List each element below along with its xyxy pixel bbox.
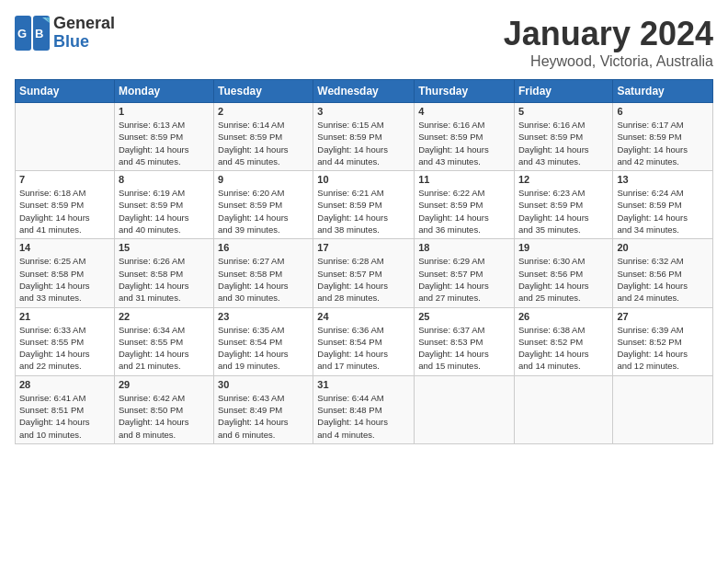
day-info: Sunrise: 6:43 AM Sunset: 8:49 PM Dayligh… — [218, 392, 309, 441]
day-info: Sunrise: 6:15 AM Sunset: 8:59 PM Dayligh… — [317, 119, 410, 167]
day-info: Sunrise: 6:37 AM Sunset: 8:53 PM Dayligh… — [418, 324, 510, 373]
day-info: Sunrise: 6:30 AM Sunset: 8:56 PM Dayligh… — [518, 255, 609, 304]
day-info: Sunrise: 6:21 AM Sunset: 8:59 PM Dayligh… — [317, 187, 410, 236]
header-friday: Friday — [514, 80, 612, 103]
day-number: 31 — [317, 379, 410, 390]
logo-line2: Blue — [53, 33, 115, 52]
header-thursday: Thursday — [415, 80, 515, 103]
table-row: 16Sunrise: 6:27 AM Sunset: 8:58 PM Dayli… — [214, 239, 313, 307]
day-number: 15 — [119, 242, 210, 253]
day-info: Sunrise: 6:14 AM Sunset: 8:59 PM Dayligh… — [218, 119, 309, 167]
calendar-week-row: 14Sunrise: 6:25 AM Sunset: 8:58 PM Dayli… — [16, 239, 713, 307]
day-info: Sunrise: 6:26 AM Sunset: 8:58 PM Dayligh… — [119, 255, 210, 304]
table-row — [415, 375, 515, 443]
day-number: 7 — [19, 174, 110, 185]
day-info: Sunrise: 6:19 AM Sunset: 8:59 PM Dayligh… — [119, 187, 210, 236]
day-number: 4 — [418, 106, 510, 117]
day-info: Sunrise: 6:41 AM Sunset: 8:51 PM Dayligh… — [19, 392, 110, 441]
table-row: 18Sunrise: 6:29 AM Sunset: 8:57 PM Dayli… — [415, 239, 515, 307]
day-info: Sunrise: 6:27 AM Sunset: 8:58 PM Dayligh… — [218, 255, 309, 304]
table-row: 3Sunrise: 6:15 AM Sunset: 8:59 PM Daylig… — [313, 103, 415, 171]
table-row: 10Sunrise: 6:21 AM Sunset: 8:59 PM Dayli… — [313, 171, 415, 239]
day-number: 12 — [518, 174, 609, 185]
table-row: 2Sunrise: 6:14 AM Sunset: 8:59 PM Daylig… — [214, 103, 313, 171]
day-info: Sunrise: 6:29 AM Sunset: 8:57 PM Dayligh… — [418, 255, 510, 304]
header-monday: Monday — [114, 80, 213, 103]
logo-line1: General — [53, 15, 115, 33]
calendar-header-row: Sunday Monday Tuesday Wednesday Thursday… — [16, 80, 713, 103]
day-number: 17 — [317, 242, 410, 253]
day-number: 22 — [119, 311, 210, 322]
table-row: 29Sunrise: 6:42 AM Sunset: 8:50 PM Dayli… — [114, 375, 213, 443]
day-info: Sunrise: 6:33 AM Sunset: 8:55 PM Dayligh… — [19, 324, 110, 373]
table-row: 11Sunrise: 6:22 AM Sunset: 8:59 PM Dayli… — [415, 171, 515, 239]
day-number: 24 — [317, 311, 410, 322]
day-number: 2 — [218, 106, 309, 117]
day-number: 30 — [218, 379, 309, 390]
day-info: Sunrise: 6:42 AM Sunset: 8:50 PM Dayligh… — [119, 392, 210, 441]
table-row: 12Sunrise: 6:23 AM Sunset: 8:59 PM Dayli… — [514, 171, 612, 239]
header-tuesday: Tuesday — [214, 80, 313, 103]
day-info: Sunrise: 6:13 AM Sunset: 8:59 PM Dayligh… — [119, 119, 210, 167]
header-sunday: Sunday — [16, 80, 115, 103]
day-number: 28 — [19, 379, 110, 390]
day-number: 20 — [617, 242, 709, 253]
day-number: 16 — [218, 242, 309, 253]
table-row: 25Sunrise: 6:37 AM Sunset: 8:53 PM Dayli… — [415, 307, 515, 375]
page-title: January 2024 — [504, 15, 713, 53]
day-info: Sunrise: 6:35 AM Sunset: 8:54 PM Dayligh… — [218, 324, 309, 373]
day-number: 10 — [317, 174, 410, 185]
day-info: Sunrise: 6:36 AM Sunset: 8:54 PM Dayligh… — [317, 324, 410, 373]
day-info: Sunrise: 6:25 AM Sunset: 8:58 PM Dayligh… — [19, 255, 110, 304]
page-header: G B General Blue January 2024 Heywood, V… — [15, 15, 713, 70]
day-info: Sunrise: 6:34 AM Sunset: 8:55 PM Dayligh… — [119, 324, 210, 373]
day-number: 27 — [617, 311, 709, 322]
table-row — [514, 375, 612, 443]
table-row: 7Sunrise: 6:18 AM Sunset: 8:59 PM Daylig… — [16, 171, 115, 239]
day-number: 9 — [218, 174, 309, 185]
day-number: 23 — [218, 311, 309, 322]
calendar-week-row: 1Sunrise: 6:13 AM Sunset: 8:59 PM Daylig… — [16, 103, 713, 171]
day-info: Sunrise: 6:22 AM Sunset: 8:59 PM Dayligh… — [418, 187, 510, 236]
table-row: 9Sunrise: 6:20 AM Sunset: 8:59 PM Daylig… — [214, 171, 313, 239]
table-row: 8Sunrise: 6:19 AM Sunset: 8:59 PM Daylig… — [114, 171, 213, 239]
day-info: Sunrise: 6:28 AM Sunset: 8:57 PM Dayligh… — [317, 255, 410, 304]
calendar-table: Sunday Monday Tuesday Wednesday Thursday… — [15, 79, 713, 444]
logo: G B General Blue — [15, 15, 115, 52]
table-row: 24Sunrise: 6:36 AM Sunset: 8:54 PM Dayli… — [313, 307, 415, 375]
day-number: 13 — [617, 174, 709, 185]
day-number: 21 — [19, 311, 110, 322]
day-number: 19 — [518, 242, 609, 253]
day-number: 6 — [617, 106, 709, 117]
day-number: 1 — [119, 106, 210, 117]
table-row: 4Sunrise: 6:16 AM Sunset: 8:59 PM Daylig… — [415, 103, 515, 171]
header-wednesday: Wednesday — [313, 80, 415, 103]
table-row: 19Sunrise: 6:30 AM Sunset: 8:56 PM Dayli… — [514, 239, 612, 307]
day-number: 8 — [119, 174, 210, 185]
day-number: 5 — [518, 106, 609, 117]
svg-text:G: G — [17, 27, 27, 40]
table-row: 20Sunrise: 6:32 AM Sunset: 8:56 PM Dayli… — [613, 239, 713, 307]
day-info: Sunrise: 6:38 AM Sunset: 8:52 PM Dayligh… — [518, 324, 609, 373]
calendar-week-row: 28Sunrise: 6:41 AM Sunset: 8:51 PM Dayli… — [16, 375, 713, 443]
table-row: 15Sunrise: 6:26 AM Sunset: 8:58 PM Dayli… — [114, 239, 213, 307]
day-number: 26 — [518, 311, 609, 322]
day-number: 25 — [418, 311, 510, 322]
day-number: 14 — [19, 242, 110, 253]
table-row — [16, 103, 115, 171]
table-row — [613, 375, 713, 443]
table-row: 21Sunrise: 6:33 AM Sunset: 8:55 PM Dayli… — [16, 307, 115, 375]
day-info: Sunrise: 6:24 AM Sunset: 8:59 PM Dayligh… — [617, 187, 709, 236]
day-info: Sunrise: 6:32 AM Sunset: 8:56 PM Dayligh… — [617, 255, 709, 304]
table-row: 22Sunrise: 6:34 AM Sunset: 8:55 PM Dayli… — [114, 307, 213, 375]
day-info: Sunrise: 6:18 AM Sunset: 8:59 PM Dayligh… — [19, 187, 110, 236]
day-info: Sunrise: 6:39 AM Sunset: 8:52 PM Dayligh… — [617, 324, 709, 373]
day-number: 11 — [418, 174, 510, 185]
table-row: 6Sunrise: 6:17 AM Sunset: 8:59 PM Daylig… — [613, 103, 713, 171]
table-row: 13Sunrise: 6:24 AM Sunset: 8:59 PM Dayli… — [613, 171, 713, 239]
table-row: 30Sunrise: 6:43 AM Sunset: 8:49 PM Dayli… — [214, 375, 313, 443]
calendar-week-row: 7Sunrise: 6:18 AM Sunset: 8:59 PM Daylig… — [16, 171, 713, 239]
day-info: Sunrise: 6:17 AM Sunset: 8:59 PM Dayligh… — [617, 119, 709, 167]
day-info: Sunrise: 6:16 AM Sunset: 8:59 PM Dayligh… — [518, 119, 609, 167]
table-row: 14Sunrise: 6:25 AM Sunset: 8:58 PM Dayli… — [16, 239, 115, 307]
